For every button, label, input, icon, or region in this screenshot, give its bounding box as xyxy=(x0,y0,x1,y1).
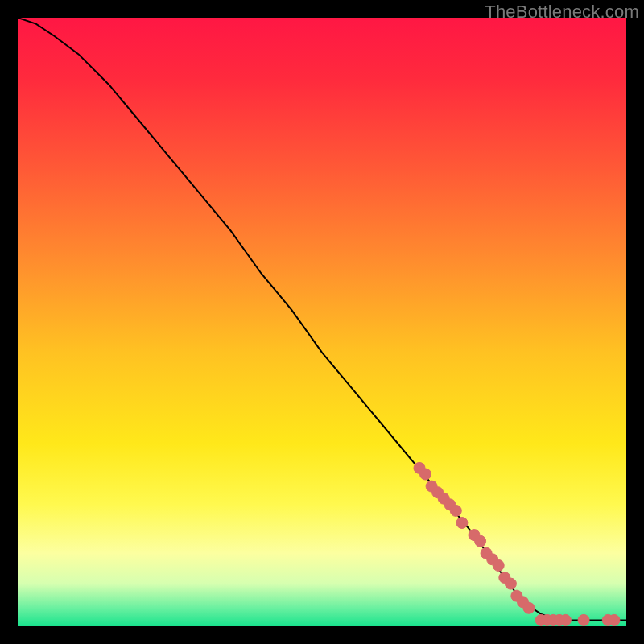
plot-svg xyxy=(18,18,626,626)
data-marker xyxy=(475,535,486,547)
data-marker xyxy=(523,602,535,613)
chart-frame: TheBottleneck.com xyxy=(0,0,644,644)
gradient-background xyxy=(18,18,626,626)
data-marker xyxy=(505,578,516,589)
data-marker xyxy=(578,614,589,625)
data-marker xyxy=(609,614,620,625)
data-marker xyxy=(450,505,461,516)
watermark-text: TheBottleneck.com xyxy=(485,2,639,23)
data-marker xyxy=(493,559,504,571)
data-marker xyxy=(420,469,431,480)
data-marker xyxy=(456,518,468,529)
data-marker xyxy=(559,614,571,625)
plot-area xyxy=(18,18,626,626)
